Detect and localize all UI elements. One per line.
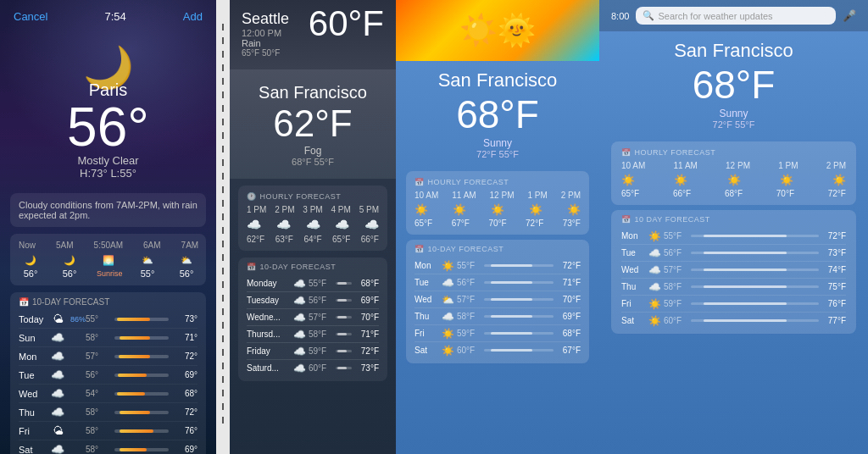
forecast-day: Wed xyxy=(19,389,48,399)
sf-dark-hl: 68°F 55°F xyxy=(242,157,384,167)
sf-blue-hourly: 📅 Hourly Forecast 10 AM 11 AM 12 PM 1 PM… xyxy=(406,171,589,235)
forecast-pct: 86% xyxy=(67,315,86,324)
forecast-row: Tue ☁️ 56°F 73°F xyxy=(621,245,846,262)
forecast-bar xyxy=(114,392,169,396)
forecast-bar xyxy=(114,411,169,414)
sf-blue-city: San Francisco xyxy=(409,69,586,91)
sf-blue-forecast: 📅 10-DAY FORECAST Mon ☀️ 55°F 72°F Tue ☁… xyxy=(406,240,589,363)
paris-panel: 🌙 Cancel 7:54 Add Paris 56° Mostly Clear… xyxy=(0,0,216,454)
seattle-section: Seattle 12:00 PM Rain 65°F 50°F 60°F xyxy=(230,0,396,69)
dashed-divider xyxy=(216,0,230,454)
forecast-icon: ☁️ xyxy=(48,406,67,418)
sf-right-city: San Francisco xyxy=(616,40,851,62)
seattle-temp: 60°F xyxy=(309,3,384,44)
sf-blue-panel: ☀️🌞 San Francisco 68°F Sunny 72°F 55°F 📅… xyxy=(396,0,599,454)
forecast-high: 69° xyxy=(172,370,198,379)
search-bar[interactable]: 🔍 Search for weather updates xyxy=(636,7,836,25)
sf-dark-forecast: 📅 10-DAY FORECAST Monday ☁️ 55°F 68°F Tu… xyxy=(238,257,387,381)
forecast-bar xyxy=(114,374,169,377)
search-placeholder: Search for weather updates xyxy=(658,11,772,21)
forecast-bar xyxy=(114,336,169,340)
forecast-row: Fri 🌤 58° 76° xyxy=(19,422,198,440)
forecast-row: Thu ☁️ 58°F 75°F xyxy=(621,279,846,296)
forecast-low: 55° xyxy=(86,314,111,324)
forecast-high: 71° xyxy=(172,333,198,342)
forecast-high: 68° xyxy=(172,389,198,398)
forecast-bar xyxy=(114,429,169,433)
forecast-row: Fri ☀️ 59°F 76°F xyxy=(621,296,846,313)
forecast-day: Today xyxy=(19,314,48,324)
forecast-icon: ☁️ xyxy=(48,350,67,363)
forecast-row: Tuesday ☁️ 56°F 69°F xyxy=(247,292,379,309)
forecast-icon: ☁️ xyxy=(48,368,67,381)
sf-right-hl: 72°F 55°F xyxy=(616,119,851,130)
sf-dark-hourly: 🕐 Hourly Forecast 1 PM 2 PM 3 PM 4 PM 5 … xyxy=(238,185,387,251)
forecast-row: Wed ☁️ 54° 68° xyxy=(19,385,198,403)
mic-icon[interactable]: 🎤 xyxy=(843,9,856,22)
forecast-low: 58° xyxy=(86,426,111,435)
sf-dark-panel: Seattle 12:00 PM Rain 65°F 50°F 60°F San… xyxy=(230,0,396,454)
forecast-bar xyxy=(114,448,169,451)
forecast-low: 56° xyxy=(86,370,111,379)
forecast-high: 72° xyxy=(172,352,198,361)
sf-right-header: 8:00 🔍 Search for weather updates 🎤 xyxy=(599,0,868,31)
paris-forecast: 📅 10-DAY FORECAST Today 🌤 86% 55° 73° Su… xyxy=(10,292,206,454)
sf-right-panel: 8:00 🔍 Search for weather updates 🎤 San … xyxy=(599,0,868,454)
forecast-day: Tue xyxy=(19,370,48,380)
forecast-row: Thursd... ☁️ 58°F 71°F xyxy=(247,326,379,343)
paris-time: 7:54 xyxy=(105,10,126,23)
forecast-icon: ☁️ xyxy=(48,387,67,400)
paris-header: Cancel 7:54 Add xyxy=(0,0,216,30)
forecast-bar xyxy=(114,318,169,321)
sf-dark-desc: Fog xyxy=(242,145,384,157)
forecast-icon: ☁️ xyxy=(48,443,67,454)
sf-blue-main: San Francisco 68°F Sunny 72°F 55°F xyxy=(396,61,599,166)
forecast-row: Monday ☁️ 55°F 68°F xyxy=(247,275,379,292)
paris-main: Paris 56° Mostly Clear H:73° L:55° xyxy=(0,72,216,186)
forecast-row: Wed ☁️ 57°F 74°F xyxy=(621,262,846,279)
sf-right-hourly: 📅 Hourly Forecast 10 AM 11 AM 12 PM 1 PM… xyxy=(611,141,856,205)
forecast-day: Mon xyxy=(19,352,48,362)
sf-blue-desc: Sunny xyxy=(409,137,586,149)
search-icon: 🔍 xyxy=(643,10,654,21)
sf-dark-temp: 62°F xyxy=(242,102,384,145)
sf-dark-city: San Francisco xyxy=(242,83,384,102)
forecast-row: Tue ☁️ 56° 69° xyxy=(19,366,198,385)
sun-image: ☀️🌞 xyxy=(396,0,599,61)
forecast-icon: 🌤 xyxy=(48,424,67,437)
forecast-high: 69° xyxy=(172,445,198,454)
forecast-row: Thu ☁️ 58° 72° xyxy=(19,403,198,422)
forecast-row: Wed ⛅ 57°F 70°F xyxy=(415,291,581,308)
sf-right-desc: Sunny xyxy=(616,108,851,119)
forecast-row: Sat ☀️ 60°F 77°F xyxy=(621,313,846,329)
forecast-bar xyxy=(114,355,169,358)
forecast-row: Mon ☀️ 55°F 72°F xyxy=(621,228,846,245)
paris-hl: H:73° L:55° xyxy=(0,167,216,180)
seattle-city: Seattle xyxy=(242,10,289,28)
forecast-high: 72° xyxy=(172,407,198,417)
forecast-row: Saturd... ☁️ 60°F 73°F xyxy=(247,360,379,376)
forecast-row: Friday ☁️ 59°F 72°F xyxy=(247,343,379,360)
forecast-day: Sun xyxy=(19,333,48,343)
forecast-row: Fri ☀️ 59°F 68°F xyxy=(415,325,581,342)
forecast-row: Wedne... ☁️ 57°F 70°F xyxy=(247,309,379,326)
cancel-button[interactable]: Cancel xyxy=(14,10,47,23)
sf-blue-hl: 72°F 55°F xyxy=(409,149,586,159)
forecast-day: Thu xyxy=(19,407,48,418)
sf-blue-temp: 68°F xyxy=(409,91,586,137)
forecast-row: Thu ☁️ 58°F 69°F xyxy=(415,308,581,325)
forecast-day: Sat xyxy=(19,445,48,455)
paris-hourly: Now 5AM 5:50AM 6AM 7AM 🌙 🌙 🌅 ⛅ ⛅ 56° 56°… xyxy=(10,234,206,285)
sf-right-time: 8:00 xyxy=(611,11,629,21)
paris-desc: Mostly Clear xyxy=(0,154,216,167)
forecast-row: Sat ☁️ 58° 69° xyxy=(19,440,198,454)
forecast-row: Mon ☁️ 57° 72° xyxy=(19,347,198,366)
forecast-row: Today 🌤 86% 55° 73° xyxy=(19,310,198,329)
forecast-icon: 🌤 xyxy=(48,313,67,325)
seattle-time: 12:00 PM xyxy=(242,28,289,38)
sf-dark-main: San Francisco 62°F Fog 68°F 55°F xyxy=(230,69,396,179)
forecast-low: 58° xyxy=(86,445,111,454)
add-button[interactable]: Add xyxy=(183,10,203,23)
forecast-low: 54° xyxy=(86,389,111,398)
sf-right-temp: 68°F xyxy=(616,62,851,108)
